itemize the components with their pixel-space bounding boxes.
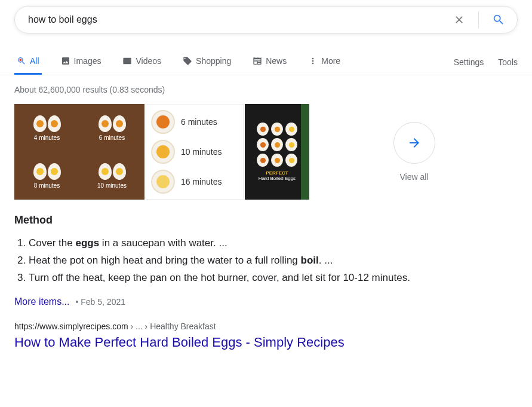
time-label: 6 minutes [181,117,217,127]
search-input[interactable] [23,14,450,25]
shopping-icon [183,56,192,66]
tab-label: More [321,56,340,66]
tab-images[interactable]: Images [59,48,104,75]
result-stats: About 62,600,000 results (0.83 seconds) [14,85,518,94]
search-icon[interactable] [488,10,509,30]
result-title-link[interactable]: How to Make Perfect Hard Boiled Eggs - S… [14,335,518,350]
thumb-caption: PERFECTHard Boiled Eggs [259,170,296,181]
news-icon [253,56,262,66]
image-thumbnail[interactable]: PERFECTHard Boiled Eggs [245,104,309,200]
tab-label: All [30,56,39,66]
search-small-icon [17,56,26,66]
images-icon [61,56,70,66]
method-step: Cover the eggs in a saucepan with water.… [29,235,518,252]
tab-label: Videos [136,56,161,66]
view-all-label: View all [400,172,429,182]
videos-icon [122,56,132,66]
method-heading: Method [14,214,518,227]
tools-link[interactable]: Tools [498,49,518,74]
time-label: 16 minutes [181,177,222,186]
tab-news[interactable]: News [250,48,289,75]
arrow-right-icon [407,136,422,150]
tab-shopping[interactable]: Shopping [180,48,233,75]
image-thumbnail[interactable]: 4 minutes 6 minutes 8 minutes 10 minutes [14,104,144,200]
egg-time-label: 4 minutes [34,134,60,141]
result-url: https://www.simplyrecipes.com › ... › He… [14,322,518,331]
search-bar [14,6,518,33]
image-results-row: 4 minutes 6 minutes 8 minutes 10 minutes… [14,104,518,200]
time-label: 10 minutes [181,147,222,157]
egg-time-label: 10 minutes [97,182,127,189]
image-thumbnail[interactable]: 6 minutes 10 minutes 16 minutes [146,104,244,200]
tab-videos[interactable]: Videos [120,48,164,75]
more-items-link[interactable]: More items... [14,296,69,307]
snippet-date: Feb 5, 2021 [75,297,125,307]
egg-time-label: 6 minutes [99,134,125,141]
tab-more[interactable]: More [306,48,343,75]
settings-link[interactable]: Settings [454,49,484,74]
tab-label: News [266,56,287,66]
more-icon [308,56,318,66]
tab-all[interactable]: All [14,48,42,75]
tab-label: Images [74,56,102,66]
egg-time-label: 8 minutes [34,182,60,189]
clear-icon[interactable] [450,10,469,29]
tab-label: Shopping [196,56,231,66]
svg-point-0 [19,59,21,61]
method-step: Heat the pot on high heat and bring the … [29,252,518,270]
view-all-button[interactable] [393,122,435,164]
method-step: Turn off the heat, keep the pan on the h… [29,270,518,287]
method-steps: Cover the eggs in a saucepan with water.… [14,235,518,287]
divider [478,11,479,28]
